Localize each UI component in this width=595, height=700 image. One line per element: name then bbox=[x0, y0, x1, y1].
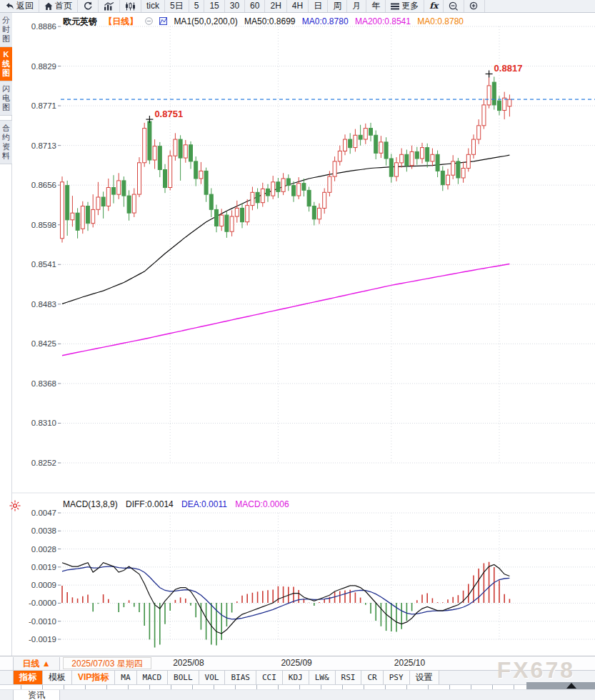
indicator-tab-lw[interactable]: LW& bbox=[309, 671, 336, 684]
ma200-line bbox=[62, 264, 509, 356]
price-chart-svg[interactable]: 0.88860.88290.87710.87130.86560.85980.85… bbox=[0, 13, 595, 656]
period-5m-button[interactable]: 5 bbox=[189, 0, 205, 12]
period-5d-button[interactable]: 5日 bbox=[165, 0, 189, 12]
svg-text:0.8252: 0.8252 bbox=[31, 459, 56, 467]
indicator-settings-sun-icon[interactable] bbox=[9, 500, 21, 514]
period-4h-button-label: 4H bbox=[292, 0, 303, 12]
indicator-tab-cr[interactable]: CR bbox=[361, 671, 383, 684]
scroll-handle[interactable] bbox=[526, 682, 595, 689]
formula-button[interactable]: fx bbox=[424, 0, 444, 12]
top-toolbar: 返回首页tick5日51530602H4H日周月年更多fx bbox=[0, 0, 595, 13]
svg-text:-0.0010: -0.0010 bbox=[29, 617, 56, 626]
period-2h-button-label: 2H bbox=[270, 0, 281, 12]
zoomin-icon bbox=[469, 1, 479, 11]
indicator-tab-vip[interactable]: VIP指标 bbox=[72, 671, 115, 684]
svg-text:0.0028: 0.0028 bbox=[31, 545, 56, 554]
month-axis-label: 2025/10 bbox=[394, 658, 425, 668]
sidebar-tab-lightning[interactable]: 闪电图 bbox=[0, 81, 12, 116]
indicator-tab-boll[interactable]: BOLL bbox=[168, 671, 199, 684]
period-label: 【日线】 bbox=[104, 16, 138, 26]
back-button-label: 返回 bbox=[16, 0, 34, 12]
bottom-bar: 资讯 bbox=[0, 690, 595, 700]
period-15m-button-label: 15 bbox=[209, 0, 219, 12]
svg-text:0.8829: 0.8829 bbox=[31, 62, 56, 71]
home-button[interactable]: 首页 bbox=[39, 0, 78, 12]
indicator-tab-ma[interactable]: MA bbox=[115, 671, 136, 684]
svg-text:0.0038: 0.0038 bbox=[31, 526, 56, 535]
menu-icon bbox=[391, 3, 399, 10]
period-4h-button[interactable]: 4H bbox=[287, 0, 309, 12]
zoom-in-button[interactable] bbox=[464, 0, 485, 12]
period-year-button[interactable]: 年 bbox=[366, 0, 386, 12]
scroll-up-arrow-icon[interactable] bbox=[566, 683, 576, 689]
ma200-value: MA200:0.8541 bbox=[355, 16, 411, 26]
sidebar-tab-time-chart[interactable]: 分时图 bbox=[0, 13, 12, 47]
candles-icon bbox=[125, 2, 136, 11]
indicator-tab-psy[interactable]: PSY bbox=[384, 671, 410, 684]
period-month-button-label: 月 bbox=[352, 0, 361, 12]
period-60m-button[interactable]: 60 bbox=[245, 0, 265, 12]
refresh-icon bbox=[83, 1, 93, 11]
tick-mode-button-label: tick bbox=[146, 0, 159, 12]
panel-splitter[interactable] bbox=[0, 684, 595, 690]
fx678-watermark: FX678 bbox=[497, 657, 575, 684]
period-month-button[interactable]: 月 bbox=[347, 0, 366, 12]
macd-macd-value: MACD:0.0006 bbox=[235, 499, 289, 509]
period-5m-button-label: 5 bbox=[194, 0, 199, 12]
indicator-tab-settings[interactable]: 设置 bbox=[410, 671, 439, 684]
symbol-name: 欧元英镑 bbox=[63, 16, 97, 26]
svg-text:0.8751: 0.8751 bbox=[154, 109, 183, 119]
zoom-out-button[interactable] bbox=[444, 0, 464, 12]
news-tab[interactable]: 资讯 bbox=[13, 690, 60, 700]
period-30m-button-label: 30 bbox=[230, 0, 239, 12]
first-date-label: 2025/07/03 星期四 bbox=[63, 657, 151, 669]
chart-mode-sidebar: 分时图K线图闪电图合约资料 bbox=[0, 13, 12, 656]
back-icon bbox=[5, 2, 14, 11]
macd-dea-value: DEA:0.0011 bbox=[181, 499, 227, 509]
svg-text:0.8771: 0.8771 bbox=[31, 101, 56, 110]
refresh-button[interactable] bbox=[78, 0, 99, 12]
zoomout-icon bbox=[449, 1, 459, 11]
indicator-tab-rsi[interactable]: RSI bbox=[336, 671, 362, 684]
barchart-icon bbox=[104, 2, 114, 11]
svg-text:0.8541: 0.8541 bbox=[31, 260, 56, 269]
sidebar-tab-contract-info[interactable]: 合约资料 bbox=[0, 120, 12, 164]
period-2h-button[interactable]: 2H bbox=[265, 0, 286, 12]
svg-text:0.8425: 0.8425 bbox=[31, 339, 56, 348]
sidebar-tab-kline[interactable]: K线图 bbox=[0, 47, 12, 81]
chart-legend: 欧元英镑 【日线】 MA1(50,0,200,0) MA50:0.8699 MA… bbox=[63, 16, 468, 28]
back-button[interactable]: 返回 bbox=[0, 0, 39, 12]
svg-text:0.8817: 0.8817 bbox=[494, 63, 523, 74]
svg-text:-0.0000: -0.0000 bbox=[29, 599, 56, 607]
indicator-tab-bias[interactable]: BIAS bbox=[225, 671, 256, 684]
svg-text:0.8483: 0.8483 bbox=[31, 300, 56, 309]
period-selector[interactable]: 日线 ▲ bbox=[13, 657, 60, 670]
ma-chart-type-icon[interactable] bbox=[159, 16, 167, 26]
month-axis-label: 2025/08 bbox=[173, 658, 204, 668]
more-button-label: 更多 bbox=[401, 0, 419, 12]
candlestick-mode-button[interactable] bbox=[120, 0, 141, 12]
tick-mode-button[interactable]: tick bbox=[141, 0, 165, 12]
indicator-tab-template[interactable]: 模板 bbox=[43, 671, 72, 684]
svg-text:0.0047: 0.0047 bbox=[31, 509, 56, 517]
period-week-button[interactable]: 周 bbox=[328, 0, 347, 12]
svg-text:0.0019: 0.0019 bbox=[31, 563, 56, 571]
indicator-tab-cci[interactable]: CCI bbox=[256, 671, 283, 684]
month-axis-label: 2025/09 bbox=[281, 658, 311, 668]
indicator-tab-kdj[interactable]: KDJ bbox=[283, 671, 309, 684]
svg-text:0.8713: 0.8713 bbox=[31, 141, 56, 150]
indicator-tab-indicator[interactable]: 指标 bbox=[13, 671, 43, 684]
more-button[interactable]: 更多 bbox=[386, 0, 424, 12]
svg-text:0.8656: 0.8656 bbox=[31, 181, 56, 189]
indicator-tab-macd[interactable]: MACD bbox=[137, 671, 169, 684]
svg-text:0.8886: 0.8886 bbox=[31, 22, 56, 31]
bar-chart-mode-button[interactable] bbox=[99, 0, 120, 12]
period-15m-button[interactable]: 15 bbox=[204, 0, 224, 12]
ma-settings-label: MA1(50,0,200,0) bbox=[174, 16, 237, 26]
period-day-button-label: 日 bbox=[314, 0, 322, 12]
period-day-button[interactable]: 日 bbox=[309, 0, 328, 12]
collapse-icon[interactable] bbox=[145, 16, 153, 26]
period-30m-button[interactable]: 30 bbox=[225, 0, 245, 12]
macd-diff-value: DIFF:0.0014 bbox=[126, 499, 174, 509]
indicator-tab-vol[interactable]: VOL bbox=[199, 671, 226, 684]
